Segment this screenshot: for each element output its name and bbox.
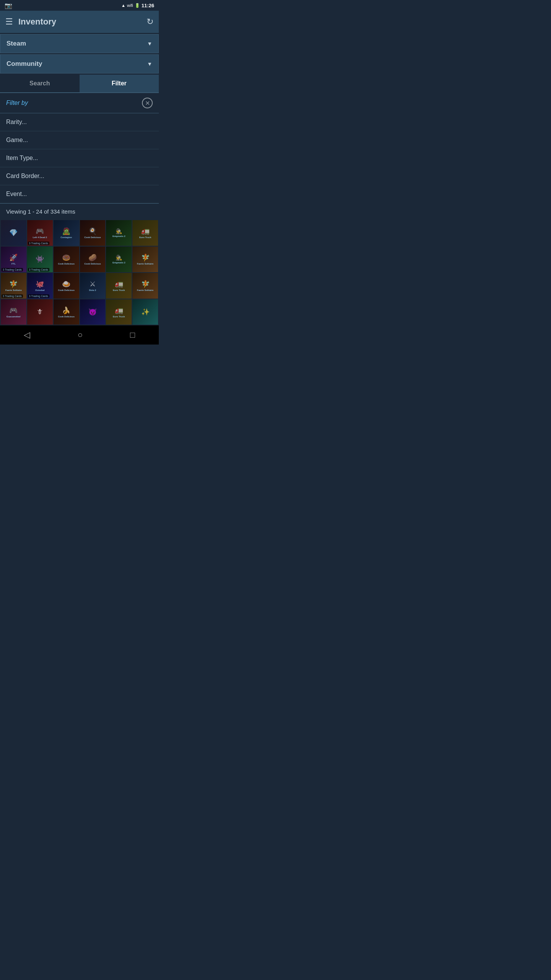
trading-badge-13: 3 Trading Cards <box>28 294 49 298</box>
notification-icon: 📷 <box>5 2 12 9</box>
filter-rarity[interactable]: Rarity... <box>0 113 159 131</box>
community-dropdown[interactable]: Community ▼ <box>0 54 159 74</box>
back-button[interactable]: ◁ <box>24 330 30 340</box>
grid-item-23[interactable]: ✨ <box>132 299 158 325</box>
filter-item-type[interactable]: Item Type... <box>0 149 159 167</box>
grid-item-12[interactable]: 🧚 Faerie Solitaire 3 Trading Cards <box>1 273 26 299</box>
filter-close-button[interactable]: ✕ <box>142 98 153 108</box>
grid-item-10[interactable]: 🕵 Enigmatis 2 <box>106 247 132 272</box>
battery-icon: 🔋 <box>135 3 140 8</box>
grid-item-14[interactable]: 🍛 Cook Delicious <box>54 273 79 299</box>
time-display: 11:26 <box>142 3 154 8</box>
grid-item-1[interactable]: 🎮 Left 4 Dead 2 3 Trading Cards <box>27 220 53 246</box>
wifi-icon: wifi <box>127 3 133 8</box>
search-tab[interactable]: Search <box>0 75 80 92</box>
grid-item-7[interactable]: 👾 3 Trading Cards <box>27 247 53 272</box>
item-grid: 💎 🎮 Left 4 Dead 2 3 Trading Cards 🧟 Cont… <box>0 219 159 325</box>
filter-game[interactable]: Game... <box>0 131 159 149</box>
grid-item-22[interactable]: 🚛 Euro Truck <box>106 299 132 325</box>
filter-options-list: Rarity... Game... Item Type... Card Bord… <box>0 113 159 203</box>
grid-item-4[interactable]: 🕵 Enigmatis 2 <box>106 220 132 246</box>
top-bar: ☰ Inventory ↻ <box>0 11 159 33</box>
steam-dropdown[interactable]: Steam ▼ <box>0 34 159 53</box>
grid-item-19[interactable]: 🗡 <box>27 299 53 325</box>
signal-icon: ▲ <box>121 3 126 8</box>
status-bar-left: 📷 <box>5 2 12 9</box>
community-dropdown-arrow: ▼ <box>147 61 152 67</box>
bottom-nav: ◁ ○ □ <box>0 325 159 345</box>
trading-badge-12: 3 Trading Cards <box>2 294 23 298</box>
grid-item-6[interactable]: 🚀 FTL 3 Trading Cards <box>1 247 26 272</box>
grid-item-16[interactable]: 🚛 Euro Truck <box>106 273 132 299</box>
trading-badge-7: 3 Trading Cards <box>28 268 49 271</box>
tab-row: Search Filter <box>0 75 159 93</box>
grid-item-18[interactable]: 🎮 Guacamelee! <box>1 299 26 325</box>
steam-dropdown-arrow: ▼ <box>147 41 152 47</box>
grid-item-17[interactable]: 🧚 Faerie Solitaire <box>132 273 158 299</box>
viewing-count: Viewing 1 - 24 of 334 items <box>0 203 159 219</box>
filter-event[interactable]: Event... <box>0 185 159 203</box>
menu-icon[interactable]: ☰ <box>5 17 13 27</box>
community-dropdown-label: Community <box>7 60 42 68</box>
grid-item-3[interactable]: 🍳 Cook Delicious <box>80 220 106 246</box>
status-bar: 📷 ▲ wifi 🔋 11:26 <box>0 0 159 11</box>
grid-item-15[interactable]: ⚔ Dota 2 <box>80 273 106 299</box>
page-title: Inventory <box>18 17 147 27</box>
grid-item-21[interactable]: 😈 <box>80 299 106 325</box>
grid-item-13[interactable]: 🐙 Octodad 3 Trading Cards <box>27 273 53 299</box>
grid-item-8[interactable]: 🍩 Cook Delicious <box>54 247 79 272</box>
trading-badge-6: 3 Trading Cards <box>2 268 23 271</box>
recent-apps-button[interactable]: □ <box>130 330 135 340</box>
grid-item-0[interactable]: 💎 <box>1 220 26 246</box>
filter-by-label: Filter by <box>6 100 28 106</box>
grid-item-11[interactable]: 🧚 Faerie Solitaire <box>132 247 158 272</box>
grid-item-20[interactable]: 🍌 Cook Delicious <box>54 299 79 325</box>
home-button[interactable]: ○ <box>78 330 83 340</box>
filter-by-row: Filter by ✕ <box>0 93 159 113</box>
steam-dropdown-label: Steam <box>7 40 26 47</box>
status-bar-right: ▲ wifi 🔋 11:26 <box>121 3 154 8</box>
refresh-icon[interactable]: ↻ <box>147 17 153 27</box>
grid-item-9[interactable]: 🥔 Cook Delicious <box>80 247 106 272</box>
filter-card-border[interactable]: Card Border... <box>0 167 159 185</box>
grid-item-5[interactable]: 🚛 Euro Truck <box>132 220 158 246</box>
grid-item-2[interactable]: 🧟 Contagion <box>54 220 79 246</box>
trading-badge-1: 3 Trading Cards <box>28 242 49 245</box>
filter-tab[interactable]: Filter <box>80 75 159 92</box>
close-icon: ✕ <box>145 100 150 107</box>
